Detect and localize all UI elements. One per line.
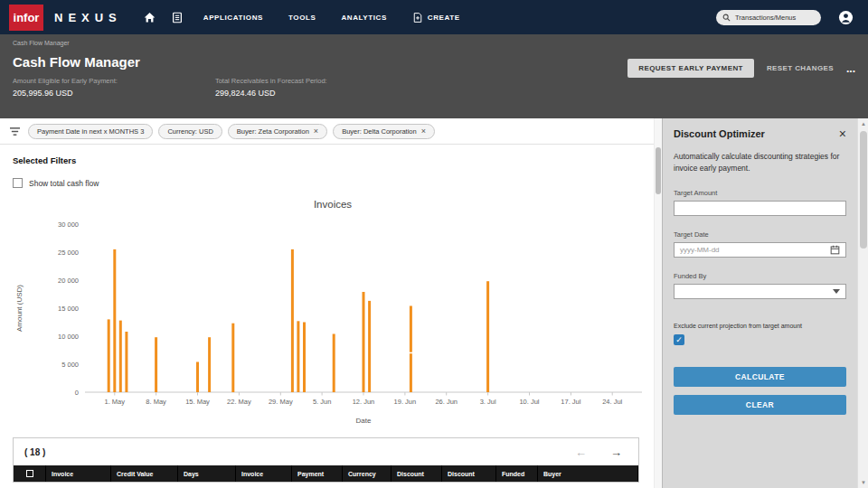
scroll-down-icon[interactable]: ▼ xyxy=(858,480,868,485)
table-column-header[interactable]: Buyer xyxy=(538,465,638,482)
svg-text:19. Jun: 19. Jun xyxy=(394,398,417,406)
table-column-header[interactable]: Currency xyxy=(343,465,392,482)
table-column-header[interactable]: Days xyxy=(178,465,236,482)
svg-text:1. May: 1. May xyxy=(105,398,126,406)
tasks-icon[interactable] xyxy=(164,0,191,34)
more-options-icon[interactable]: ... xyxy=(846,62,855,75)
clear-button[interactable]: CLEAR xyxy=(674,395,846,415)
home-icon[interactable] xyxy=(137,0,164,34)
top-navigation: infor NEXUS APPLICATIONS TOOLS ANALYTICS… xyxy=(0,0,868,34)
pager-arrows: ← → xyxy=(575,446,627,459)
table-column-header[interactable]: Funded xyxy=(496,465,538,482)
selected-filters-title: Selected Filters xyxy=(13,155,639,165)
search-icon xyxy=(722,14,731,22)
svg-text:24. Jul: 24. Jul xyxy=(602,398,622,406)
close-icon[interactable]: × xyxy=(839,127,846,140)
stat-eligible-label: Amount Eligible for Early Payment: xyxy=(13,77,118,85)
filter-chip[interactable]: Buyer: Delta Corporation× xyxy=(333,124,435,139)
chart-title: Invoices xyxy=(13,199,653,210)
panel-title: Discount Optimizer xyxy=(674,128,765,139)
calendar-icon[interactable] xyxy=(830,245,840,255)
nav-analytics[interactable]: ANALYTICS xyxy=(328,0,399,34)
calculate-button[interactable]: CALCULATE xyxy=(674,367,846,387)
svg-text:22. May: 22. May xyxy=(227,398,251,406)
svg-text:17. Jul: 17. Jul xyxy=(561,398,580,406)
svg-text:15. May: 15. May xyxy=(185,398,210,406)
invoices-bar-chart: Amount (USD)Date05 00010 00015 00020 000… xyxy=(13,211,653,428)
filter-chips: Payment Date in next x MONTHS 3Currency:… xyxy=(28,124,435,139)
main-scrollbar-thumb[interactable] xyxy=(656,147,661,194)
main-area: Payment Date in next x MONTHS 3Currency:… xyxy=(0,118,654,488)
header-actions: REQUEST EARLY PAYMENT RESET CHANGES ... xyxy=(627,59,855,78)
table-column-header[interactable]: Payment xyxy=(292,465,343,482)
svg-text:30 000: 30 000 xyxy=(58,221,79,229)
filter-chip-label: Buyer: Delta Corporation xyxy=(342,127,417,136)
search-text: Transactions/Menus xyxy=(735,14,796,22)
scroll-up-icon[interactable]: ▲ xyxy=(858,121,868,127)
svg-text:8. May: 8. May xyxy=(146,398,166,406)
chevron-down-icon xyxy=(833,289,840,294)
cash-flow-manager-app: infor NEXUS APPLICATIONS TOOLS ANALYTICS… xyxy=(0,0,868,488)
table-column-header[interactable]: Invoice xyxy=(46,465,111,482)
target-amount-input[interactable] xyxy=(674,201,846,216)
stat-receivables: Total Receivables in Forecast Period: 29… xyxy=(215,77,327,98)
table-column-header[interactable]: Discount xyxy=(392,465,442,482)
show-total-cash-flow-label: Show total cash flow xyxy=(29,179,99,188)
svg-text:5. Jun: 5. Jun xyxy=(313,398,331,406)
select-all-checkbox[interactable] xyxy=(14,465,46,482)
stat-eligible-value: 205,995.96 USD xyxy=(13,89,118,98)
content-row: Payment Date in next x MONTHS 3Currency:… xyxy=(0,118,868,488)
exclude-projection-checkbox[interactable]: ✓ xyxy=(674,334,684,345)
target-date-label: Target Date xyxy=(674,230,846,239)
svg-text:15 000: 15 000 xyxy=(58,305,79,313)
nav-applications[interactable]: APPLICATIONS xyxy=(191,0,276,34)
funded-by-label: Funded By xyxy=(674,272,846,280)
nexus-brand: NEXUS xyxy=(54,11,122,24)
invoice-grid: ( 18 ) ← → InvoiceCredit ValueDaysInvoic… xyxy=(13,437,639,483)
exclude-projection-label: Exclude current projection from target a… xyxy=(674,323,846,329)
svg-text:29. May: 29. May xyxy=(269,398,293,406)
filter-list-icon[interactable] xyxy=(9,127,21,136)
request-early-payment-button[interactable]: REQUEST EARLY PAYMENT xyxy=(627,59,754,78)
discount-optimizer-panel: Discount Optimizer × Automatically calcu… xyxy=(662,118,857,488)
table-header-row: InvoiceCredit ValueDaysInvoicePaymentCur… xyxy=(14,465,638,482)
table-column-header[interactable]: Invoice xyxy=(236,465,292,482)
chip-close-icon[interactable]: × xyxy=(314,127,318,136)
breadcrumb[interactable]: Cash Flow Manager xyxy=(13,34,855,46)
chip-close-icon[interactable]: × xyxy=(421,127,426,136)
target-date-input[interactable]: yyyy-MM-dd xyxy=(674,242,846,258)
svg-text:12. Jun: 12. Jun xyxy=(353,398,375,406)
svg-text:Amount (USD): Amount (USD) xyxy=(15,285,24,332)
main-body: Selected Filters Show total cash flow In… xyxy=(0,145,654,488)
table-column-header[interactable]: Credit Value xyxy=(111,465,178,482)
show-total-cash-flow-row: Show total cash flow xyxy=(13,178,639,188)
nav-create-label: CREATE xyxy=(428,14,460,22)
record-count: ( 18 ) xyxy=(24,447,45,457)
show-total-cash-flow-checkbox[interactable] xyxy=(13,178,23,188)
create-icon xyxy=(412,12,423,23)
target-date-placeholder: yyyy-MM-dd xyxy=(680,246,720,254)
reset-changes-button[interactable]: RESET CHANGES xyxy=(767,64,834,72)
global-search-input[interactable]: Transactions/Menus xyxy=(716,10,821,25)
grid-toolbar: ( 18 ) ← → xyxy=(14,438,638,465)
main-scrollbar[interactable] xyxy=(654,118,662,488)
infor-logo[interactable]: infor xyxy=(9,5,43,31)
svg-text:5 000: 5 000 xyxy=(61,361,79,369)
filter-chip[interactable]: Currency: USD xyxy=(158,124,222,139)
previous-page-icon[interactable]: ← xyxy=(575,446,587,459)
filter-bar: Payment Date in next x MONTHS 3Currency:… xyxy=(0,118,654,145)
page-scrollbar[interactable]: ▲ ▼ xyxy=(857,118,868,488)
panel-description: Automatically calculate discounting stra… xyxy=(674,151,846,174)
next-page-icon[interactable]: → xyxy=(610,446,622,459)
filter-chip[interactable]: Payment Date in next x MONTHS 3 xyxy=(28,124,153,139)
user-account-icon[interactable] xyxy=(832,0,859,34)
table-column-header[interactable]: Discount xyxy=(442,465,496,482)
nav-create[interactable]: CREATE xyxy=(400,0,473,34)
nav-tools[interactable]: TOOLS xyxy=(276,0,328,34)
stat-eligible: Amount Eligible for Early Payment: 205,9… xyxy=(13,77,118,98)
panel-header: Discount Optimizer × xyxy=(674,127,846,140)
page-scrollbar-thumb[interactable] xyxy=(860,131,867,249)
svg-text:10. Jul: 10. Jul xyxy=(519,398,539,406)
filter-chip[interactable]: Buyer: Zeta Corporation× xyxy=(228,124,327,139)
funded-by-select[interactable] xyxy=(674,284,846,299)
